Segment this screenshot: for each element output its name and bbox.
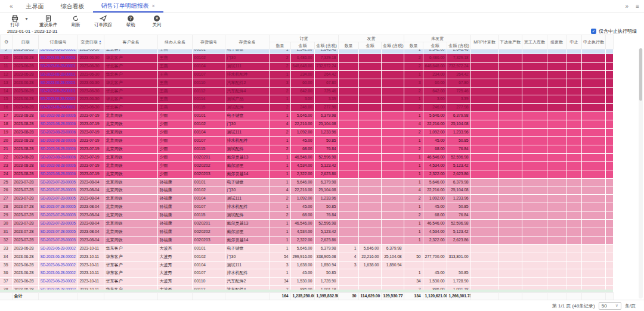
order-no[interactable]: SD-2023-06-28-00001 (38, 79, 78, 87)
table-row[interactable]: 372023-06-28SD-2023-06-28-000022023-10-1… (0, 278, 613, 286)
table-row[interactable]: 182023-08-28SD-2023-08-28-000062023-07-1… (0, 120, 613, 129)
table-row[interactable]: 332023-06-28SD-2023-06-28-000022023-10-1… (0, 244, 613, 253)
subheader-qty[interactable]: 数量 (339, 42, 359, 49)
table-row[interactable]: 252023-07-28SD-2023-07-28-000052023-08-0… (0, 178, 613, 186)
table-row[interactable]: 172023-08-28SD-2023-08-28-000062023-07-1… (0, 112, 613, 120)
subheader-amount[interactable]: 金额 (423, 42, 447, 49)
order-no[interactable]: SD-2023-07-28-00005 (38, 220, 78, 228)
page-size-select[interactable]: 50 ∨ (599, 302, 621, 310)
order-no[interactable]: SD-2023-06-28-00001 (38, 104, 78, 112)
table-row[interactable]: 142023-06-28SD-2023-06-28-000012023-06-3… (0, 87, 613, 95)
order-no[interactable]: SD-2023-07-28-00005 (38, 203, 78, 212)
table-row[interactable]: 292023-07-28SD-2023-07-28-000052023-08-0… (0, 212, 613, 220)
table-row[interactable]: 232023-08-28SD-2023-08-28-000062023-07-1… (0, 161, 613, 170)
reset-conditions-button[interactable]: 重设条件 (39, 15, 57, 27)
tab-overflow-icon[interactable]: » (626, 3, 629, 10)
column-header-suspend[interactable]: 中止 (566, 35, 582, 49)
tab-menu-icon[interactable]: ≡ (636, 3, 639, 10)
subheader-amount-tax[interactable]: 金额 (含税) (447, 42, 471, 49)
scrollbar-thumb[interactable] (639, 48, 642, 101)
column-header-order-no[interactable]: 订单编号 (39, 35, 78, 49)
order-tracking-button[interactable]: 订单跟踪 (94, 15, 112, 27)
order-no[interactable]: SD-2023-06-28-00002 (38, 269, 78, 278)
table-row[interactable]: 122023-06-28SD-2023-06-28-000012023-06-3… (0, 70, 613, 79)
order-no[interactable]: SD-2023-06-28-00002 (38, 253, 78, 261)
order-no[interactable]: SD-2023-07-28-00005 (38, 178, 78, 186)
table-row[interactable]: 362023-06-28SD-2023-06-28-000022023-10-1… (0, 269, 613, 278)
subheader-qty[interactable]: 数量 (270, 42, 291, 49)
order-no[interactable]: SD-2023-07-28-00005 (38, 236, 78, 244)
order-no[interactable]: SD-2023-06-28-00001 (38, 62, 78, 70)
tabs-collapse-icon[interactable]: « (5, 3, 18, 10)
table-row[interactable]: 282023-07-28SD-2023-07-28-000052023-08-0… (0, 203, 613, 212)
column-header-agent[interactable]: 经办人全名 (158, 35, 193, 49)
order-no[interactable]: SD-2023-06-28-00001 (38, 70, 78, 79)
order-no[interactable]: SD-2023-08-28-00006 (38, 112, 78, 120)
column-settings-header[interactable]: ⚙ (1, 35, 13, 49)
table-row[interactable]: 312023-07-28SD-2023-07-28-000052023-08-0… (0, 228, 613, 236)
table-row[interactable]: 352023-06-28SD-2023-06-28-000022023-10-1… (0, 261, 613, 269)
table-row[interactable]: 262023-07-28SD-2023-07-28-000052023-08-0… (0, 186, 613, 195)
order-no[interactable]: SD-2023-07-28-00005 (38, 212, 78, 220)
vertical-scrollbar[interactable] (639, 48, 643, 298)
subheader-amount[interactable]: 金额 (291, 42, 315, 49)
table-row[interactable]: 342023-06-28SD-2023-06-28-000022023-10-1… (0, 253, 613, 261)
order-no[interactable]: SD-2023-06-28-00002 (38, 261, 78, 269)
close-button[interactable]: × 关闭 (149, 15, 165, 27)
table-row[interactable]: 162023-06-28SD-2023-06-28-000012023-06-3… (0, 104, 613, 112)
column-header-scrap[interactable]: 报废数 (547, 35, 566, 49)
order-no[interactable]: SD-2023-06-28-00001 (38, 87, 78, 95)
table-row[interactable]: 92023-06-28SD-2023-06-28-000012023-06-30… (0, 49, 613, 54)
order-no[interactable]: SD-2023-07-28-00005 (38, 186, 78, 195)
table-row[interactable]: 222023-08-28SD-2023-08-28-000062023-07-1… (0, 153, 613, 161)
suspend-only-checkbox[interactable]: ✓ (591, 29, 596, 34)
column-header-delivery-date[interactable]: 交货日期 (78, 35, 104, 49)
column-header-suspend-exec[interactable]: 中止执行数 (582, 35, 606, 49)
print-button[interactable]: 打印 (7, 15, 23, 27)
table-row[interactable]: 212023-08-28SD-2023-08-28-000062023-07-1… (0, 145, 613, 153)
order-no[interactable]: SD-2023-08-28-00006 (38, 145, 78, 153)
subheader-amount-tax[interactable]: 金额 (含税) (382, 42, 404, 49)
tab-dashboard[interactable]: 综合看板 (52, 0, 93, 13)
order-no[interactable]: SD-2023-08-28-00006 (38, 136, 78, 145)
column-header-production-issued[interactable]: 下达生产数 (499, 35, 522, 49)
order-no[interactable]: SD-2023-06-28-00001 (38, 49, 78, 54)
tab-close-icon[interactable]: × (152, 3, 155, 9)
order-no[interactable]: SD-2023-08-28-00006 (38, 120, 78, 129)
table-row[interactable]: 322023-07-28SD-2023-07-28-000052023-08-0… (0, 236, 613, 244)
tab-sales-order-detail-report[interactable]: 销售订单明细报表 × (93, 0, 163, 13)
table-row[interactable]: 102023-06-28SD-2023-06-28-000012023-06-3… (0, 54, 613, 62)
order-no[interactable]: SD-2023-08-28-00006 (38, 129, 78, 137)
tab-main[interactable]: 主界面 (18, 0, 52, 13)
column-header-finished-in[interactable]: 完工入库数 (522, 35, 547, 49)
table-row[interactable]: 302023-07-28SD-2023-07-28-000052023-08-0… (0, 220, 613, 228)
order-no[interactable]: SD-2023-08-28-00006 (38, 161, 78, 170)
order-no[interactable]: SD-2023-08-28-00006 (38, 170, 78, 178)
column-header-item-no[interactable]: 存货编号 (193, 35, 225, 49)
table-row[interactable]: 192023-08-28SD-2023-08-28-000062023-07-1… (0, 129, 613, 137)
order-no[interactable]: SD-2023-07-28-00005 (38, 195, 78, 203)
order-no[interactable]: SD-2023-06-28-00001 (38, 54, 78, 62)
help-button[interactable]: ? 帮助 (123, 15, 138, 27)
subheader-amount-tax[interactable]: 金额 (含税) (315, 42, 339, 49)
table-row[interactable]: 112023-06-28SD-2023-06-28-000012023-06-3… (0, 62, 613, 70)
column-header-date[interactable]: 日期 (13, 35, 39, 49)
refresh-button[interactable]: 刷新 (68, 15, 83, 27)
table-row[interactable]: 272023-07-28SD-2023-07-28-000052023-08-0… (0, 195, 613, 203)
order-no[interactable]: SD-2023-06-28-00002 (38, 244, 78, 253)
order-no[interactable]: SD-2023-06-28-00002 (38, 278, 78, 286)
column-header-mrp-count[interactable]: MRP计算数 (471, 35, 499, 49)
print-dropdown-icon[interactable]: ▼ (24, 17, 29, 21)
order-no[interactable]: SD-2023-08-28-00006 (38, 153, 78, 161)
table-row[interactable]: 242023-08-28SD-2023-08-28-000062023-07-1… (0, 170, 613, 178)
sort-icon[interactable] (99, 41, 101, 45)
subheader-qty[interactable]: 数量 (404, 42, 423, 49)
table-row[interactable]: 132023-06-28SD-2023-06-28-000012023-06-3… (0, 79, 613, 87)
table-row[interactable]: 152023-06-28SD-2023-06-28-000012023-06-3… (0, 95, 613, 104)
order-no[interactable]: SD-2023-06-28-00001 (38, 95, 78, 104)
table-row[interactable]: 202023-08-28SD-2023-08-28-000062023-07-1… (0, 136, 613, 145)
column-header-customer[interactable]: 客户全名 (104, 35, 158, 49)
column-header-item-name[interactable]: 存货全名 (225, 35, 270, 49)
subheader-amount[interactable]: 金额 (359, 42, 382, 49)
order-no[interactable]: SD-2023-07-28-00005 (38, 228, 78, 236)
